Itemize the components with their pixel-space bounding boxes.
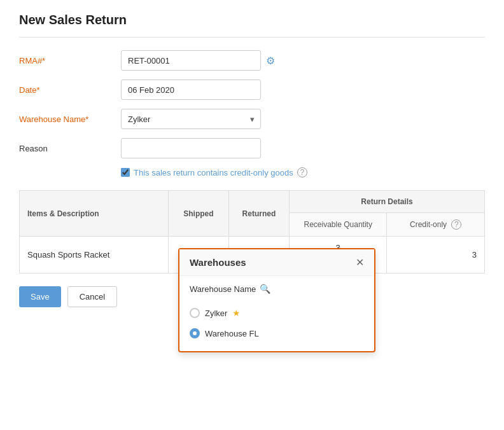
col-receivable-header: Receivable Quantity — [289, 213, 387, 237]
rma-input[interactable] — [121, 50, 261, 71]
reason-row: Reason — [19, 138, 485, 158]
rma-input-group: ⚙ — [121, 50, 275, 71]
radio-warehouse-fl[interactable] — [190, 328, 200, 338]
credit-only-checkbox-row: This sales return contains credit-only g… — [121, 167, 485, 177]
popup-body: Warehouse Name 🔍 Zylker ★ Warehouse FL — [179, 276, 374, 351]
col-items-header: Items & Description — [20, 191, 169, 237]
cancel-button[interactable]: Cancel — [67, 286, 117, 307]
warehouse-label: Warehouse Name* — [19, 114, 121, 124]
radio-zylker[interactable] — [190, 308, 200, 318]
star-icon: ★ — [232, 308, 241, 318]
warehouse-name-label: Warehouse Name — [190, 284, 256, 294]
warehouse-row: Warehouse Name* Zylker Warehouse FL ▾ — [19, 109, 485, 129]
warehouse-popup: Warehouses ✕ Warehouse Name 🔍 Zylker ★ W… — [178, 248, 375, 352]
warehouse-fl-label: Warehouse FL — [205, 329, 259, 338]
col-return-details-header: Return Details — [289, 191, 484, 213]
search-icon[interactable]: 🔍 — [260, 284, 270, 294]
warehouse-option-fl[interactable]: Warehouse FL — [190, 323, 364, 343]
warehouse-zylker-label: Zylker — [205, 309, 227, 318]
rma-label: RMA#* — [19, 56, 121, 66]
date-input[interactable] — [121, 80, 261, 100]
credit-only-checkbox[interactable] — [121, 168, 130, 177]
gear-icon[interactable]: ⚙ — [266, 55, 275, 67]
date-label: Date* — [19, 85, 121, 95]
creditonly-help-icon[interactable]: ? — [451, 219, 461, 230]
col-returned-header: Returned — [228, 191, 289, 237]
popup-header: Warehouses ✕ — [179, 249, 374, 276]
date-row: Date* — [19, 80, 485, 100]
page-title: New Sales Return — [19, 13, 485, 38]
warehouse-option-zylker[interactable]: Zylker ★ — [190, 303, 364, 323]
item-name-cell: Squash Sports Racket — [20, 237, 169, 274]
creditonly-cell: 3 — [387, 237, 485, 274]
rma-row: RMA#* ⚙ — [19, 50, 485, 71]
close-icon[interactable]: ✕ — [356, 258, 364, 268]
help-icon[interactable]: ? — [297, 167, 307, 177]
warehouse-search-row: Warehouse Name 🔍 — [190, 284, 364, 294]
reason-input[interactable] — [121, 138, 261, 158]
table-header-row: Items & Description Shipped Returned Ret… — [20, 191, 485, 213]
col-creditonly-header: Credit-only ? — [387, 213, 485, 237]
item-name: Squash Sports Racket — [27, 250, 109, 260]
save-button[interactable]: Save — [19, 286, 61, 307]
col-shipped-header: Shipped — [168, 191, 228, 237]
popup-title: Warehouses — [190, 257, 246, 268]
warehouse-select-wrapper: Zylker Warehouse FL ▾ — [121, 109, 261, 129]
creditonly-value: 3 — [472, 250, 477, 260]
warehouse-select[interactable]: Zylker Warehouse FL — [121, 109, 261, 129]
reason-label: Reason — [19, 144, 121, 153]
credit-only-label: This sales return contains credit-only g… — [134, 168, 293, 177]
form-section: RMA#* ⚙ Date* Warehouse Name* Zylker War… — [19, 50, 485, 177]
